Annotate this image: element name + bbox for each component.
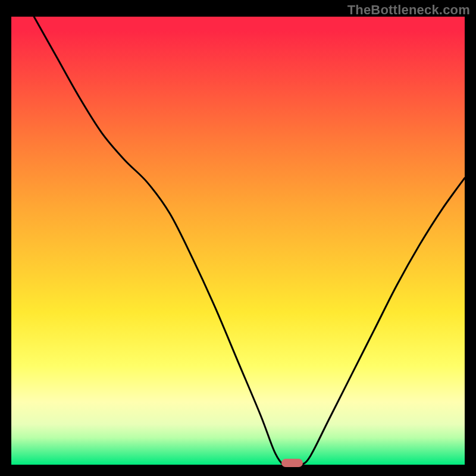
bottleneck-curve [11, 17, 465, 465]
chart-frame: { "watermark": "TheBottleneck.com", "cha… [0, 0, 476, 476]
watermark-label: TheBottleneck.com [347, 2, 470, 18]
plot-container [11, 17, 465, 465]
optimal-point-marker [281, 459, 303, 467]
